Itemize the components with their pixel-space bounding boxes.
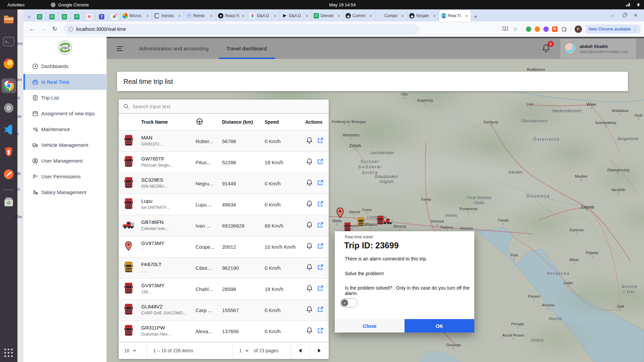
browser-tab[interactable]: React N ×	[216, 10, 248, 21]
new-tab-button[interactable]: +	[471, 12, 480, 21]
table-row[interactable]: Lupu Ion GW764TF... Lupu ... 49634 0 Km/…	[119, 194, 329, 215]
table-row[interactable]: SC329ES ION NEGRU... Negru... 91449 0 Km…	[119, 173, 329, 194]
pinned-tab-teams[interactable]: T	[96, 12, 108, 21]
pinned-tab-sheets[interactable]	[58, 12, 71, 21]
row-open-trip-button[interactable]	[317, 243, 324, 251]
back-button[interactable]: ←	[27, 24, 37, 34]
adblock-extension-icon[interactable]	[526, 26, 531, 32]
dock-chrome-icon[interactable]	[1, 78, 16, 93]
pinned-tab-sheets[interactable]	[46, 12, 58, 21]
reload-button[interactable]: ↻	[50, 24, 60, 34]
dock-postman-icon[interactable]	[1, 167, 16, 182]
alarm-toggle[interactable]: ×	[340, 298, 358, 307]
row-alarm-button[interactable]	[306, 242, 313, 251]
purple-extension-icon[interactable]	[543, 26, 549, 32]
row-alarm-button[interactable]	[306, 179, 313, 188]
minimize-button[interactable]: –	[608, 10, 618, 20]
sidebar-item-salary-management[interactable]: Salary Management	[23, 184, 106, 200]
row-open-trip-button[interactable]	[317, 179, 324, 187]
sidebar-item-user-management[interactable]: User Management	[23, 153, 106, 169]
row-open-trip-button[interactable]	[317, 158, 324, 166]
browser-tab[interactable]: Micros ×	[120, 10, 152, 21]
tab-administration[interactable]: Administration and accounting	[128, 38, 219, 59]
page-size-select[interactable]: 10	[119, 342, 147, 359]
col-distance[interactable]: Distance (km)	[222, 119, 253, 125]
system-tray[interactable]	[626, 3, 639, 6]
forward-button[interactable]: →	[38, 24, 48, 34]
pinned-tab-sheets[interactable]	[71, 12, 83, 21]
sidebar-item-trip-list[interactable]: Trip List	[23, 90, 106, 106]
browser-menu-icon[interactable]: ⋮	[633, 26, 638, 32]
tab-close-icon[interactable]: ×	[432, 13, 437, 18]
pinned-tab-gmail[interactable]: M	[83, 12, 96, 21]
map-marker-truck-yellow-front[interactable]	[357, 217, 365, 228]
table-row[interactable]: GB746FN Cebotari Ivan... Ivan ... 691066…	[119, 215, 329, 236]
pinned-tab-sheets[interactable]	[34, 12, 46, 21]
row-alarm-button[interactable]	[306, 200, 313, 209]
row-open-trip-button[interactable]	[317, 264, 324, 272]
user-menu[interactable]: abdull Shaikh abdul@ninjatechnolabs.com	[560, 38, 637, 59]
dock-brave-icon[interactable]	[1, 145, 16, 160]
tab-close-icon[interactable]: ×	[336, 13, 341, 18]
metamask-extension-icon[interactable]	[535, 26, 540, 32]
prev-page-button[interactable]	[290, 342, 310, 359]
table-row[interactable]: GW765TF Pituscan Sergiu... Pitus... 5228…	[119, 152, 329, 173]
m-extension-icon[interactable]: M	[552, 26, 557, 32]
map-marker-map-pin[interactable]	[336, 207, 344, 220]
col-truck-name[interactable]: Truck Name	[141, 119, 168, 125]
row-open-trip-button[interactable]	[317, 222, 324, 230]
browser-tab-active[interactable]: Real Ti ×	[439, 10, 471, 21]
browser-tab[interactable]: Devote ×	[312, 10, 343, 21]
dock-settings-icon[interactable]: ⚙	[1, 101, 16, 115]
browser-tab[interactable]: Compo ×	[375, 10, 407, 21]
sidebar-item-dashboards[interactable]: Dashboards	[23, 58, 106, 74]
row-open-trip-button[interactable]	[317, 137, 324, 145]
dock-terminal-icon[interactable]: >_	[1, 34, 16, 49]
row-alarm-button[interactable]	[306, 263, 313, 272]
close-button[interactable]: Close	[335, 319, 405, 333]
browser-tab[interactable]: Remix ×	[184, 10, 216, 21]
table-row[interactable]: MAN GW811PJ... Rober... 56788 0 Km/h	[119, 131, 329, 152]
row-open-trip-button[interactable]	[317, 306, 324, 314]
col-speed[interactable]: Speed	[265, 119, 279, 125]
page-select[interactable]: 1 of 23 pages	[232, 342, 290, 359]
sidebar-item-vehicle-management[interactable]: Vehicle Management	[23, 137, 106, 153]
map[interactable]: BudějoviceUlmAugsburgLinzWienBratislavaN…	[107, 59, 644, 362]
row-alarm-button[interactable]	[306, 137, 313, 145]
sidebar-item-maintenance[interactable]: Maintenance	[23, 121, 106, 137]
tab-close-icon[interactable]: ×	[400, 13, 405, 18]
focused-app-indicator[interactable]: Google Chrome	[51, 2, 89, 7]
activities-button[interactable]: Activities	[5, 1, 27, 8]
sidebar-item-user-permissions[interactable]: User Permissions	[23, 169, 106, 184]
bookmark-star-icon[interactable]: ☆	[512, 26, 519, 33]
table-row[interactable]: GL848VZ CARP GHE GIACOMO... Carp ... 155…	[119, 300, 329, 321]
extensions-puzzle-icon[interactable]	[561, 26, 568, 33]
address-bar[interactable]: i localhost:3000/real-time	[64, 24, 419, 35]
app-grid-button[interactable]	[4, 349, 13, 357]
tab-close-icon[interactable]: ×	[305, 13, 309, 18]
dock-firefox-icon[interactable]	[1, 56, 16, 71]
table-row[interactable]: GV973MY 158... Chahl... 28598 18 Km/h	[119, 279, 329, 300]
tab-travel-dashboard[interactable]: Travel dashboard	[218, 38, 275, 59]
tab-close-icon[interactable]: ×	[241, 13, 246, 18]
tab-close-icon[interactable]: ×	[177, 13, 182, 18]
ok-button[interactable]: OK	[405, 319, 474, 333]
site-info-icon[interactable]: i	[68, 27, 73, 32]
search-input[interactable]	[132, 104, 324, 109]
restore-button[interactable]	[619, 10, 629, 20]
row-alarm-button[interactable]	[306, 285, 313, 293]
row-open-trip-button[interactable]	[317, 285, 324, 293]
browser-tab[interactable]: Commi ×	[343, 10, 375, 21]
os-clock[interactable]: May 19 14:54	[329, 2, 356, 7]
close-window-button[interactable]: ×	[631, 10, 641, 20]
chrome-update-button[interactable]: New Chrome available ⋮	[585, 24, 641, 34]
table-row[interactable]: GV973MY - Coope... 20012 10 km/h Km/h	[119, 236, 329, 257]
install-app-icon[interactable]	[502, 26, 509, 33]
browser-tab[interactable]: D&A D ×	[248, 10, 280, 21]
row-open-trip-button[interactable]	[317, 200, 324, 208]
map-marker-truck-red-side[interactable]	[383, 218, 393, 226]
browser-tab[interactable]: D&A D ×	[280, 10, 312, 21]
sidebar-item-in-real-time[interactable]: In Real Time	[23, 74, 106, 90]
notifications-button[interactable]: 6	[542, 44, 552, 54]
tab-close-icon[interactable]: ×	[273, 13, 277, 18]
